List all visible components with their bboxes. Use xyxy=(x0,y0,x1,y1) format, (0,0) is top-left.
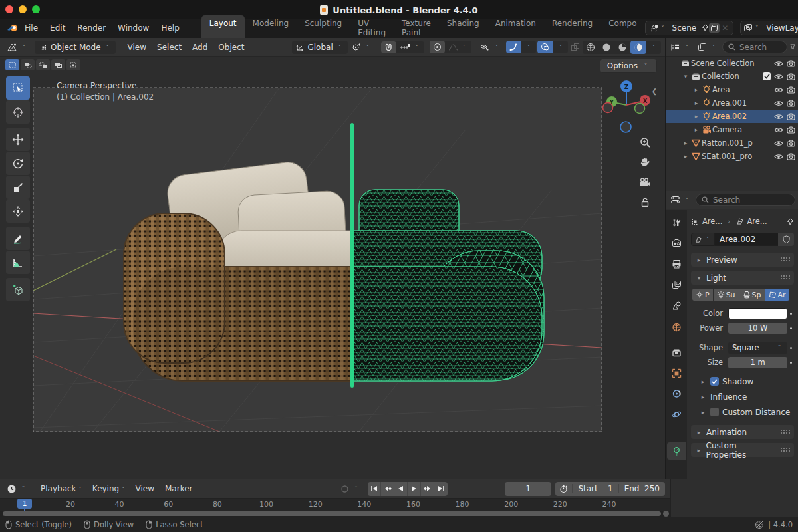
sidebar-collapse-icon[interactable]: ❮ xyxy=(649,82,660,100)
tool-rotate[interactable] xyxy=(6,152,30,175)
tool-move[interactable] xyxy=(6,128,30,151)
prop-tab-render[interactable] xyxy=(667,235,686,252)
tl-menu-view[interactable]: View xyxy=(130,481,160,496)
hide-viewport-toggle[interactable] xyxy=(774,60,783,67)
outliner-row-ratton-001-p[interactable]: ▸Ratton.001_p xyxy=(666,136,798,150)
outliner-row-area-001[interactable]: ▸Area.001 xyxy=(666,96,798,110)
prop-tab-world[interactable] xyxy=(667,319,686,336)
datablock-type-dropdown[interactable]: ˅ xyxy=(691,233,715,246)
zoom-icon[interactable] xyxy=(636,133,654,152)
hide-viewport-toggle[interactable] xyxy=(774,153,783,160)
panel-grip[interactable] xyxy=(780,275,790,281)
disable-render-toggle[interactable] xyxy=(787,60,795,67)
outliner-row-area-002[interactable]: ▸Area.002 xyxy=(666,110,798,123)
panel-grip[interactable] xyxy=(780,257,790,263)
animate-dot[interactable] xyxy=(787,327,794,329)
outliner-row-scene-collection[interactable]: Scene Collection xyxy=(666,57,798,70)
tool-annotate[interactable] xyxy=(6,227,30,250)
tab-sculpting[interactable]: Sculpting xyxy=(297,15,350,41)
timeline-editor-type-button[interactable]: ˅ xyxy=(3,482,31,496)
outliner-row-area[interactable]: ▸Area xyxy=(666,83,798,96)
properties-search-input[interactable]: Search xyxy=(696,194,795,206)
visibility-dropdown[interactable]: ˅ xyxy=(476,41,505,53)
animate-dot[interactable] xyxy=(787,362,794,364)
properties-editor-type-button[interactable]: ˅ xyxy=(668,194,693,205)
shape-dropdown[interactable]: Square˅ xyxy=(728,342,787,354)
subpanel-custom-distance[interactable]: ▸Custom Distance xyxy=(691,404,794,420)
tab-compo[interactable]: Compo xyxy=(600,15,644,41)
collection-checkbox[interactable] xyxy=(763,72,771,80)
jump-to-start-button[interactable] xyxy=(368,482,381,496)
select-mode-0[interactable] xyxy=(5,59,19,70)
jump-to-end-button[interactable] xyxy=(434,482,448,496)
tab-uv-editing[interactable]: UV Editing xyxy=(350,15,394,41)
select-mode-4[interactable] xyxy=(66,59,80,70)
breadcrumb-data[interactable]: Are... xyxy=(747,217,767,226)
vp-menu-add[interactable]: Add xyxy=(187,40,213,55)
filter-icon[interactable] xyxy=(790,43,795,51)
disable-render-toggle[interactable] xyxy=(787,126,795,134)
panel-preview[interactable]: ▸Preview xyxy=(691,253,794,267)
shading-solid-button[interactable] xyxy=(598,41,614,54)
tab-rendering[interactable]: Rendering xyxy=(544,15,600,41)
subpanel-checkbox[interactable] xyxy=(710,377,719,386)
disable-render-toggle[interactable] xyxy=(787,100,795,107)
pan-hand-icon[interactable] xyxy=(636,153,654,172)
xray-toggle[interactable] xyxy=(571,43,580,51)
proportional-falloff-dropdown[interactable]: ˅ xyxy=(445,41,471,53)
menu-render[interactable]: Render xyxy=(71,21,112,35)
disable-render-toggle[interactable] xyxy=(787,73,795,80)
tl-menu-marker[interactable]: Marker xyxy=(160,481,198,496)
outliner-editor-type-button[interactable]: ˅ xyxy=(668,42,693,53)
gizmos-dropdown[interactable]: ˅ xyxy=(521,41,536,53)
prop-tab-constraints[interactable] xyxy=(667,385,686,402)
disable-render-toggle[interactable] xyxy=(787,140,795,147)
tl-menu-keying[interactable]: Keying ˅ xyxy=(87,481,130,496)
prop-tab-data[interactable] xyxy=(667,442,686,460)
menu-window[interactable]: Window xyxy=(112,21,155,35)
pivot-point-dropdown[interactable]: ˅ xyxy=(348,41,376,53)
next-keyframe-button[interactable] xyxy=(421,482,434,496)
panel-grip[interactable] xyxy=(780,429,790,435)
playhead[interactable]: 1 xyxy=(17,499,32,509)
shading-wireframe-button[interactable] xyxy=(583,41,598,54)
light-type-p[interactable]: P xyxy=(692,289,713,301)
proportional-editing-toggle[interactable] xyxy=(430,41,445,53)
options-dropdown[interactable]: Options˅ xyxy=(600,59,657,73)
camera-view-icon[interactable] xyxy=(636,173,654,192)
breadcrumb-object[interactable]: Are... xyxy=(702,217,722,226)
select-mode-1[interactable] xyxy=(21,59,35,70)
end-frame-field[interactable]: End 250 xyxy=(618,484,665,493)
tool-select-box[interactable] xyxy=(6,76,30,100)
vp-menu-object[interactable]: Object xyxy=(213,40,249,55)
tool-cursor[interactable] xyxy=(6,100,30,124)
color-swatch[interactable] xyxy=(728,308,787,319)
hide-viewport-toggle[interactable] xyxy=(774,73,783,80)
disable-render-toggle[interactable] xyxy=(787,86,795,94)
hide-viewport-toggle[interactable] xyxy=(774,100,783,107)
tab-texture-paint[interactable]: Texture Paint xyxy=(394,15,439,41)
scene-name[interactable]: Scene xyxy=(667,23,702,33)
viewlayer-name[interactable]: ViewLayer xyxy=(761,23,798,33)
prop-tab-scene[interactable] xyxy=(667,297,686,314)
tl-menu-playback[interactable]: Playback ˅ xyxy=(35,481,87,496)
gizmos-toggle[interactable] xyxy=(506,41,521,53)
snap-toggle[interactable] xyxy=(381,41,396,53)
outliner-row-seat-001-pro[interactable]: ▸SEat.001_pro xyxy=(666,150,798,163)
pin-icon[interactable] xyxy=(702,24,709,31)
outliner-row-collection[interactable]: ▾Collection xyxy=(666,70,798,83)
panel-custom-properties[interactable]: ▸Custom Properties xyxy=(691,443,794,457)
hide-viewport-toggle[interactable] xyxy=(774,86,783,94)
tool-transform[interactable] xyxy=(6,200,30,223)
vp-menu-view[interactable]: View xyxy=(122,40,152,55)
menu-help[interactable]: Help xyxy=(155,21,185,35)
select-mode-3[interactable] xyxy=(51,59,65,70)
panel-grip[interactable] xyxy=(780,447,790,453)
power-field[interactable]: 10 W xyxy=(728,323,787,334)
viewlayer-selector[interactable]: ˅ ViewLayer ✕ xyxy=(740,21,798,35)
subpanel-checkbox[interactable] xyxy=(710,408,719,416)
play-button[interactable] xyxy=(408,482,421,496)
hide-viewport-toggle[interactable] xyxy=(774,140,783,147)
hide-viewport-toggle[interactable] xyxy=(774,113,783,120)
pin-icon[interactable] xyxy=(787,218,794,225)
